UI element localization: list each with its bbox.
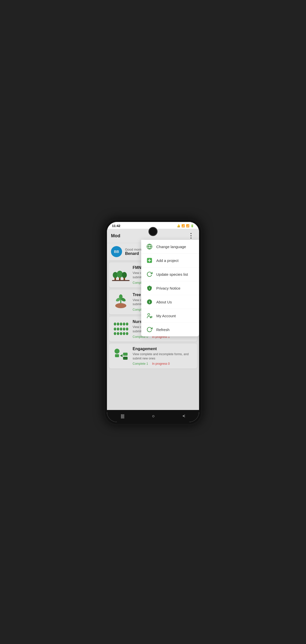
update-species-label: Update species list	[156, 272, 188, 277]
menu-item-about-us[interactable]: i About Us	[141, 295, 199, 309]
plus-icon	[146, 257, 153, 264]
menu-item-update-species[interactable]: Update species list	[141, 267, 199, 281]
about-us-label: About Us	[156, 300, 172, 304]
refresh2-icon	[146, 326, 153, 333]
privacy-notice-label: Privacy Notice	[156, 286, 180, 290]
menu-item-my-account[interactable]: My Account	[141, 309, 199, 323]
home-button[interactable]: ○	[146, 411, 161, 421]
globe-icon	[146, 243, 153, 250]
menu-item-privacy-notice[interactable]: i Privacy Notice	[141, 281, 199, 295]
menu-item-add-project[interactable]: Add a project	[141, 254, 199, 267]
refresh-label: Refresh	[156, 328, 170, 332]
status-time: 11:42	[112, 224, 120, 228]
svg-text:i: i	[149, 300, 150, 304]
battery-icon: 🔋	[190, 224, 194, 227]
info-icon: i	[146, 299, 153, 305]
phone-frame: 11:42 🔔 📶 📶 🔋 Mod	[104, 219, 202, 425]
refresh-icon	[146, 271, 153, 278]
dropdown-menu: Change language Add a project	[141, 240, 199, 336]
menu-item-change-language[interactable]: Change language	[141, 240, 199, 254]
app-content: Mod BB Good morning! Benard	[107, 229, 199, 410]
phone-screen: 11:42 🔔 📶 📶 🔋 Mod	[107, 222, 199, 422]
svg-text:i: i	[149, 287, 150, 290]
recent-apps-button[interactable]: |||	[115, 411, 130, 421]
my-account-label: My Account	[156, 314, 176, 318]
add-project-label: Add a project	[156, 258, 178, 263]
wifi-icon: 📶	[181, 224, 185, 227]
back-button[interactable]: <	[176, 411, 191, 421]
alarm-icon: 🔔	[177, 224, 180, 227]
menu-item-refresh[interactable]: Refresh	[141, 323, 199, 336]
bottom-nav-bar: ||| ○ <	[107, 410, 199, 422]
svg-point-56	[148, 313, 150, 315]
svg-point-57	[151, 316, 152, 318]
user-gear-icon	[146, 312, 153, 319]
change-language-label: Change language	[156, 245, 186, 249]
shield-icon: i	[146, 285, 153, 291]
front-camera	[148, 227, 158, 236]
signal-icon: 📶	[186, 224, 189, 227]
status-icons: 🔔 📶 📶 🔋	[177, 224, 194, 227]
